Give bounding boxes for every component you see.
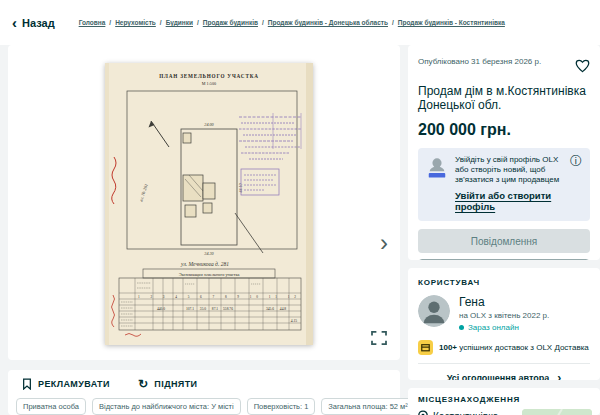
seller-name[interactable]: Гена — [459, 295, 549, 309]
chevron-right-icon: › — [380, 229, 388, 256]
olx-listing-page: ‹ Назад Головна Нерухомість Будинки Прод… — [0, 0, 600, 415]
info-icon[interactable]: ⓘ — [570, 155, 582, 214]
location-section-label: МІСЦЕЗНАХОДЖЕННЯ — [418, 395, 590, 404]
listing-actions: РЕКЛАМУВАТИ ↻ ПІДНЯТИ — [22, 378, 388, 390]
breadcrumb-city[interactable]: Продаж будинків - Костянтинівка — [398, 19, 505, 26]
all-seller-ads-link[interactable]: Усі оголошення автора › — [418, 364, 590, 380]
listing-price: 200 000 грн. — [418, 121, 590, 139]
svg-text:24.00: 24.00 — [204, 122, 214, 127]
location-city: Костянтинівка — [433, 411, 498, 415]
photo-gallery: ПЛАН ЗЕМЕЛЬНОГО УЧАСТКА М 1:500 24.00 44… — [8, 45, 400, 360]
map-roads — [522, 409, 592, 415]
advertise-button[interactable]: РЕКЛАМУВАТИ — [22, 378, 110, 390]
delivery-badge: 100+ успішних доставок з OLX Доставка — [418, 340, 590, 355]
all-ads-label: Усі оголошення автора — [447, 373, 549, 380]
seller-member-since: на OLX з квітень 2022 р. — [459, 311, 549, 320]
back-label: Назад — [22, 17, 55, 29]
svg-text:ПЛАН ЗЕМЕЛЬНОГО УЧАСТКА: ПЛАН ЗЕМЕЛЬНОГО УЧАСТКА — [159, 73, 259, 79]
published-date: Опубліковано 31 березня 2026 р. — [418, 57, 541, 66]
fullscreen-icon — [371, 331, 387, 345]
seller-panel: КОРИСТУВАЧ Гена на OLX з квітень 2022 р.… — [408, 268, 600, 380]
boost-button[interactable]: ↻ ПІДНЯТИ — [138, 378, 198, 390]
profile-card-icon — [426, 155, 448, 180]
boost-label: ПІДНЯТИ — [154, 379, 197, 389]
svg-text:4.15: 4.15 — [291, 319, 297, 323]
message-button-label: Повідомлення — [471, 236, 537, 247]
chip-total-area[interactable]: Загальна площа: 52 м² — [321, 398, 414, 415]
breadcrumb: Головна Нерухомість Будинки Продаж будин… — [79, 19, 509, 26]
breadcrumb-region[interactable]: Продаж будинків - Донецька область — [268, 19, 388, 26]
breadcrumb-home[interactable]: Головна — [79, 19, 106, 26]
refresh-icon: ↻ — [138, 378, 148, 390]
heart-icon — [575, 59, 590, 73]
svg-text:ул. Мечникова д. 281: ул. Мечникова д. 281 — [180, 261, 229, 267]
svg-text:107.1: 107.1 — [186, 307, 194, 311]
breadcrumb-real-estate[interactable]: Нерухомість — [115, 19, 156, 26]
chip-private-person[interactable]: Приватна особа — [16, 398, 86, 415]
attribute-chips: Приватна особа Відстань до найближчого м… — [16, 398, 388, 415]
bookmark-icon — [22, 378, 32, 390]
delivery-text: успішних доставок з OLX Доставка — [459, 343, 589, 352]
delivery-count: 100+ — [439, 343, 457, 352]
svg-text:44.10: 44.10 — [238, 184, 243, 193]
avatar[interactable] — [418, 295, 450, 327]
online-status-dot — [459, 325, 464, 330]
breadcrumb-bar: ‹ Назад Головна Нерухомість Будинки Прод… — [0, 0, 600, 45]
svg-text:35.0: 35.0 — [200, 307, 206, 311]
chip-floors[interactable]: Поверховість: 1 — [247, 398, 316, 415]
svg-text:Экспликация земельного участка: Экспликация земельного участка — [179, 272, 240, 277]
seller-section-label: КОРИСТУВАЧ — [418, 278, 590, 287]
favorite-button[interactable] — [575, 59, 590, 77]
login-prompt-box: Увійдіть у свій профіль OLX або створіть… — [418, 148, 590, 221]
login-prompt-text: Увійдіть у свій профіль OLX або створіть… — [455, 155, 563, 185]
person-icon — [418, 295, 450, 327]
advertise-label: РЕКЛАМУВАТИ — [38, 379, 110, 389]
svg-text:345.6: 345.6 — [266, 307, 274, 311]
svg-text:44.8: 44.8 — [280, 307, 286, 311]
delivery-box-icon — [418, 340, 433, 355]
svg-text:87.1: 87.1 — [212, 307, 218, 311]
show-phone-button[interactable]: Показати телефон — [418, 259, 590, 260]
breadcrumb-houses-sale[interactable]: Продаж будинків — [203, 19, 258, 26]
back-button[interactable]: ‹ Назад — [12, 15, 55, 30]
message-button[interactable]: Повідомлення — [418, 229, 590, 253]
svg-text:558.76: 558.76 — [223, 307, 233, 311]
svg-text:34.30: 34.30 — [204, 251, 214, 256]
listing-photo[interactable]: ПЛАН ЗЕМЕЛЬНОГО УЧАСТКА М 1:500 24.00 44… — [105, 63, 313, 345]
listing-title: Продам дім в м.Костянтинівка Донецької о… — [418, 84, 590, 112]
breadcrumb-houses[interactable]: Будинки — [166, 19, 193, 26]
chevron-left-icon: ‹ — [12, 15, 17, 30]
location-map-preview[interactable] — [522, 409, 592, 415]
listing-summary-panel: Опубліковано 31 березня 2026 р. Продам д… — [408, 45, 600, 260]
online-status-text: Зараз онлайн — [468, 323, 519, 332]
fullscreen-button[interactable] — [368, 328, 390, 348]
location-panel: МІСЦЕЗНАХОДЖЕННЯ Костянтинівка — [408, 388, 600, 415]
svg-text:440.0: 440.0 — [157, 307, 165, 311]
location-pin-icon — [418, 410, 428, 415]
chip-distance-to-city[interactable]: Відстань до найближчого міста: У місті — [92, 398, 241, 415]
listing-meta-panel: РЕКЛАМУВАТИ ↻ ПІДНЯТИ Приватна особа Від… — [8, 370, 400, 415]
chevron-right-icon: › — [557, 371, 561, 380]
gallery-next-button[interactable]: › — [376, 227, 392, 259]
login-or-register-link[interactable]: Увійти або створити профіль — [455, 190, 563, 212]
plot-plan-scan-image: ПЛАН ЗЕМЕЛЬНОГО УЧАСТКА М 1:500 24.00 44… — [105, 63, 313, 345]
svg-text:М 1:500: М 1:500 — [202, 81, 216, 86]
